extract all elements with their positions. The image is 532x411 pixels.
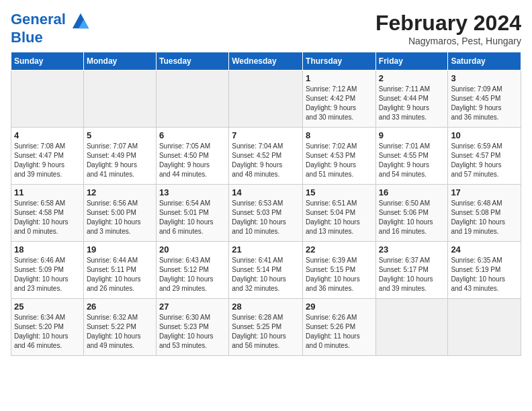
day-info: Sunrise: 6:34 AMSunset: 5:20 PMDaylight:… bbox=[14, 313, 81, 351]
day-number: 27 bbox=[159, 302, 226, 312]
day-info: Sunrise: 6:50 AMSunset: 5:06 PMDaylight:… bbox=[379, 199, 445, 236]
calendar-cell: 24Sunrise: 6:35 AMSunset: 5:19 PMDayligh… bbox=[448, 242, 521, 299]
logo-icon bbox=[71, 11, 90, 30]
day-number: 1 bbox=[306, 73, 373, 83]
day-info: Sunrise: 6:39 AMSunset: 5:15 PMDaylight:… bbox=[306, 256, 373, 293]
calendar-body: 1Sunrise: 7:12 AMSunset: 4:42 PMDaylight… bbox=[11, 71, 521, 356]
title-area: February 2024 Nagymaros, Pest, Hungary bbox=[375, 11, 521, 46]
calendar-cell: 13Sunrise: 6:54 AMSunset: 5:01 PMDayligh… bbox=[156, 185, 228, 242]
day-info: Sunrise: 7:02 AMSunset: 4:53 PMDaylight:… bbox=[306, 142, 373, 179]
calendar-cell: 2Sunrise: 7:11 AMSunset: 4:44 PMDaylight… bbox=[375, 71, 448, 128]
calendar-cell: 27Sunrise: 6:30 AMSunset: 5:23 PMDayligh… bbox=[156, 299, 228, 356]
day-info: Sunrise: 7:08 AMSunset: 4:47 PMDaylight:… bbox=[14, 142, 81, 179]
day-info: Sunrise: 6:43 AMSunset: 5:12 PMDaylight:… bbox=[159, 256, 226, 293]
day-number: 8 bbox=[306, 130, 373, 140]
day-info: Sunrise: 7:05 AMSunset: 4:50 PMDaylight:… bbox=[159, 142, 226, 179]
day-number: 15 bbox=[306, 187, 373, 197]
day-number: 29 bbox=[306, 302, 373, 312]
day-header-thursday: Thursday bbox=[303, 52, 376, 71]
day-info: Sunrise: 6:56 AMSunset: 5:00 PMDaylight:… bbox=[87, 199, 153, 236]
day-number: 9 bbox=[379, 130, 445, 140]
calendar-cell: 5Sunrise: 7:07 AMSunset: 4:49 PMDaylight… bbox=[83, 128, 156, 185]
day-info: Sunrise: 6:46 AMSunset: 5:09 PMDaylight:… bbox=[14, 256, 81, 293]
calendar-cell bbox=[156, 71, 228, 128]
header-row: SundayMondayTuesdayWednesdayThursdayFrid… bbox=[11, 52, 521, 71]
calendar-cell: 23Sunrise: 6:37 AMSunset: 5:17 PMDayligh… bbox=[375, 242, 448, 299]
day-info: Sunrise: 6:41 AMSunset: 5:14 PMDaylight:… bbox=[232, 256, 300, 293]
day-info: Sunrise: 6:59 AMSunset: 4:57 PMDaylight:… bbox=[451, 142, 518, 179]
calendar-cell: 20Sunrise: 6:43 AMSunset: 5:12 PMDayligh… bbox=[156, 242, 228, 299]
calendar-cell: 10Sunrise: 6:59 AMSunset: 4:57 PMDayligh… bbox=[448, 128, 521, 185]
calendar-cell: 29Sunrise: 6:26 AMSunset: 5:26 PMDayligh… bbox=[303, 299, 376, 356]
page-header: General Blue February 2024 Nagymaros, Pe… bbox=[11, 11, 521, 46]
calendar-cell: 15Sunrise: 6:51 AMSunset: 5:04 PMDayligh… bbox=[303, 185, 376, 242]
day-info: Sunrise: 6:32 AMSunset: 5:22 PMDaylight:… bbox=[87, 313, 153, 351]
day-info: Sunrise: 7:09 AMSunset: 4:45 PMDaylight:… bbox=[451, 85, 518, 122]
logo-blue: Blue bbox=[11, 30, 90, 46]
calendar-cell: 12Sunrise: 6:56 AMSunset: 5:00 PMDayligh… bbox=[83, 185, 156, 242]
day-info: Sunrise: 6:44 AMSunset: 5:11 PMDaylight:… bbox=[87, 256, 153, 293]
day-info: Sunrise: 6:58 AMSunset: 4:58 PMDaylight:… bbox=[14, 199, 81, 236]
calendar-cell: 8Sunrise: 7:02 AMSunset: 4:53 PMDaylight… bbox=[303, 128, 376, 185]
day-number: 23 bbox=[379, 244, 445, 255]
calendar-cell: 17Sunrise: 6:48 AMSunset: 5:08 PMDayligh… bbox=[448, 185, 521, 242]
day-number: 22 bbox=[306, 244, 373, 255]
day-number: 19 bbox=[87, 244, 153, 255]
week-row-4: 18Sunrise: 6:46 AMSunset: 5:09 PMDayligh… bbox=[11, 242, 521, 299]
day-number: 11 bbox=[14, 187, 81, 197]
day-header-monday: Monday bbox=[83, 52, 156, 71]
day-info: Sunrise: 6:53 AMSunset: 5:03 PMDaylight:… bbox=[232, 199, 300, 236]
day-number: 20 bbox=[159, 244, 226, 255]
day-info: Sunrise: 6:48 AMSunset: 5:08 PMDaylight:… bbox=[451, 199, 518, 236]
day-number: 7 bbox=[232, 130, 300, 140]
month-year-title: February 2024 bbox=[375, 11, 521, 36]
day-info: Sunrise: 6:37 AMSunset: 5:17 PMDaylight:… bbox=[379, 256, 445, 293]
calendar-cell: 18Sunrise: 6:46 AMSunset: 5:09 PMDayligh… bbox=[11, 242, 84, 299]
day-info: Sunrise: 7:07 AMSunset: 4:49 PMDaylight:… bbox=[87, 142, 153, 179]
day-number: 28 bbox=[232, 302, 300, 312]
day-number: 3 bbox=[451, 73, 518, 83]
day-number: 13 bbox=[159, 187, 226, 197]
calendar-table: SundayMondayTuesdayWednesdayThursdayFrid… bbox=[11, 52, 521, 356]
calendar-cell bbox=[229, 71, 303, 128]
day-number: 24 bbox=[451, 244, 518, 255]
day-number: 12 bbox=[87, 187, 153, 197]
day-header-tuesday: Tuesday bbox=[156, 52, 228, 71]
calendar-cell: 19Sunrise: 6:44 AMSunset: 5:11 PMDayligh… bbox=[83, 242, 156, 299]
day-header-saturday: Saturday bbox=[448, 52, 521, 71]
day-number: 18 bbox=[14, 244, 81, 255]
calendar-cell: 14Sunrise: 6:53 AMSunset: 5:03 PMDayligh… bbox=[229, 185, 303, 242]
day-header-sunday: Sunday bbox=[11, 52, 84, 71]
day-number: 25 bbox=[14, 302, 81, 312]
calendar-cell: 4Sunrise: 7:08 AMSunset: 4:47 PMDaylight… bbox=[11, 128, 84, 185]
week-row-1: 1Sunrise: 7:12 AMSunset: 4:42 PMDaylight… bbox=[11, 71, 521, 128]
calendar-cell: 7Sunrise: 7:04 AMSunset: 4:52 PMDaylight… bbox=[229, 128, 303, 185]
location-subtitle: Nagymaros, Pest, Hungary bbox=[375, 36, 521, 46]
day-number: 26 bbox=[87, 302, 153, 312]
logo: General Blue bbox=[11, 11, 90, 46]
calendar-cell: 9Sunrise: 7:01 AMSunset: 4:55 PMDaylight… bbox=[375, 128, 448, 185]
calendar-cell: 22Sunrise: 6:39 AMSunset: 5:15 PMDayligh… bbox=[303, 242, 376, 299]
logo-text: General bbox=[11, 11, 90, 30]
calendar-cell: 21Sunrise: 6:41 AMSunset: 5:14 PMDayligh… bbox=[229, 242, 303, 299]
day-info: Sunrise: 6:30 AMSunset: 5:23 PMDaylight:… bbox=[159, 313, 226, 351]
calendar-cell bbox=[375, 299, 448, 356]
day-header-wednesday: Wednesday bbox=[229, 52, 303, 71]
day-number: 5 bbox=[87, 130, 153, 140]
day-info: Sunrise: 6:51 AMSunset: 5:04 PMDaylight:… bbox=[306, 199, 373, 236]
day-info: Sunrise: 7:12 AMSunset: 4:42 PMDaylight:… bbox=[306, 85, 373, 122]
calendar-cell: 25Sunrise: 6:34 AMSunset: 5:20 PMDayligh… bbox=[11, 299, 84, 356]
calendar-cell: 11Sunrise: 6:58 AMSunset: 4:58 PMDayligh… bbox=[11, 185, 84, 242]
calendar-cell: 1Sunrise: 7:12 AMSunset: 4:42 PMDaylight… bbox=[303, 71, 376, 128]
day-number: 14 bbox=[232, 187, 300, 197]
calendar-cell bbox=[11, 71, 84, 128]
calendar-cell: 28Sunrise: 6:28 AMSunset: 5:25 PMDayligh… bbox=[229, 299, 303, 356]
day-header-friday: Friday bbox=[375, 52, 448, 71]
day-info: Sunrise: 7:01 AMSunset: 4:55 PMDaylight:… bbox=[379, 142, 445, 179]
day-number: 10 bbox=[451, 130, 518, 140]
day-info: Sunrise: 7:11 AMSunset: 4:44 PMDaylight:… bbox=[379, 85, 445, 122]
calendar-cell: 6Sunrise: 7:05 AMSunset: 4:50 PMDaylight… bbox=[156, 128, 228, 185]
day-info: Sunrise: 6:54 AMSunset: 5:01 PMDaylight:… bbox=[159, 199, 226, 236]
day-info: Sunrise: 6:28 AMSunset: 5:25 PMDaylight:… bbox=[232, 313, 300, 351]
calendar-cell bbox=[448, 299, 521, 356]
